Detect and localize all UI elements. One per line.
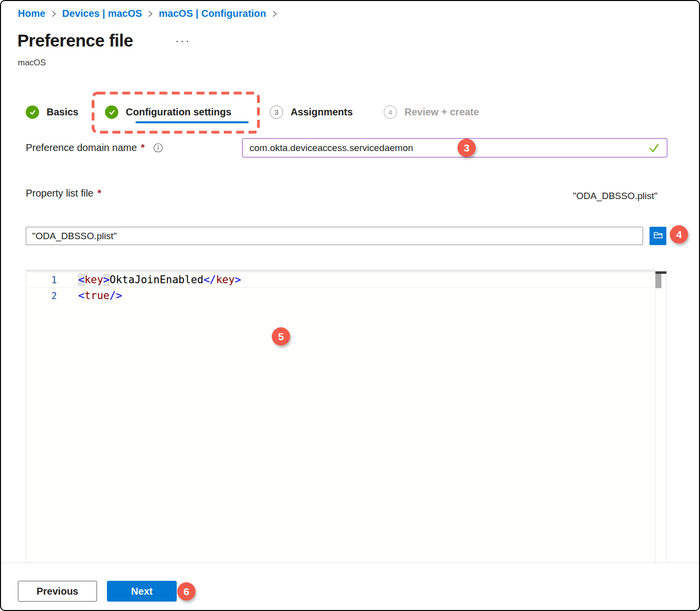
step-label: Assignments [291,106,353,118]
required-asterisk: * [140,142,145,153]
plist-code-editor[interactable]: 1 <key>OktaJoinEnabled</key> 2 <true/> [26,269,667,562]
code-line: 1 <key>OktaJoinEnabled</key> [26,272,655,288]
step-label: Review + create [404,106,479,118]
property-list-file-input[interactable] [26,227,643,245]
chevron-right-icon [272,10,278,18]
browse-file-button[interactable] [650,227,666,245]
step-label: Configuration settings [126,106,231,118]
preference-file-page: Home Devices | macOS macOS | Configurati… [0,0,700,611]
page-subtitle: macOS [18,58,46,68]
step-complete-check-icon [105,105,118,119]
breadcrumb-link-devices-macos[interactable]: Devices | macOS [62,8,142,19]
page-title: Preference file [17,31,133,51]
editor-content: 1 <key>OktaJoinEnabled</key> 2 <true/> [26,272,655,304]
callout-badge-5: 5 [272,327,290,346]
tab-review-create[interactable]: 4 Review + create [384,105,479,119]
step-number-circle: 4 [384,105,397,119]
active-tab-underline [136,121,249,123]
label-text: Preference domain name [26,142,137,153]
breadcrumb-link-home[interactable]: Home [18,8,46,19]
code-text: <key>OktaJoinEnabled</key> [57,272,241,287]
tab-configuration-settings[interactable]: Configuration settings [105,105,231,119]
required-asterisk: * [97,188,101,199]
label-text: Property list file [26,188,94,199]
chevron-right-icon [51,10,57,18]
line-number: 1 [26,272,57,287]
editor-vertical-scrollbar[interactable] [655,269,666,562]
step-label: Basics [47,106,79,118]
footer-divider [1,562,699,563]
info-icon[interactable] [153,143,163,153]
property-list-file-label: Property list file* [26,188,101,199]
tab-assignments[interactable]: 3 Assignments [270,105,353,119]
preference-domain-input[interactable] [242,138,667,157]
tab-basics[interactable]: Basics [26,105,79,119]
selected-file-name: "ODA_DBSSO.plist" [573,191,657,202]
code-text: <true/> [57,288,122,303]
step-complete-check-icon [26,105,39,119]
callout-badge-6: 6 [177,582,196,601]
breadcrumb-link-macos-configuration[interactable]: macOS | Configuration [159,8,266,19]
chevron-right-icon [148,10,153,18]
code-line: 2 <true/> [26,288,655,304]
more-menu-button[interactable]: ··· [175,35,191,48]
step-number-circle: 3 [270,105,283,119]
scrollbar-thumb[interactable] [655,274,661,288]
preference-domain-label: Preference domain name* [26,142,163,153]
next-button[interactable]: Next [107,581,177,602]
callout-badge-4: 4 [670,225,688,244]
line-number: 2 [26,288,57,303]
valid-check-icon [648,142,660,156]
previous-button[interactable]: Previous [18,581,97,602]
breadcrumb: Home Devices | macOS macOS | Configurati… [18,8,278,19]
folder-open-icon [653,230,663,242]
callout-badge-3: 3 [457,139,476,157]
